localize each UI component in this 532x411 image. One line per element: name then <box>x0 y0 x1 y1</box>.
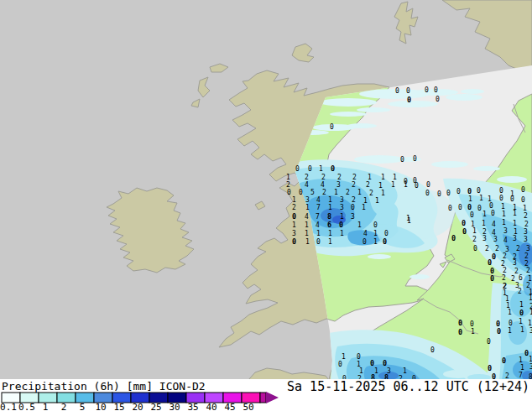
precip-value: 0 <box>316 238 321 246</box>
precip-value: 1 <box>328 204 332 211</box>
colorbar-tick-label: 20 <box>132 402 143 411</box>
precip-value: 1 <box>482 211 487 218</box>
precip-value: 3 <box>305 196 310 204</box>
precip-value: 1 <box>519 301 524 309</box>
precip-value: 0 <box>357 353 361 361</box>
precip-value: 1 <box>393 174 397 181</box>
precip-value: 0 <box>477 187 481 195</box>
precip-value: 0 <box>451 234 456 242</box>
precip-value: 0 <box>426 181 430 189</box>
precip-value: 3 <box>292 230 296 237</box>
precip-value: 1 <box>342 353 346 361</box>
precip-value: 2 <box>366 181 370 189</box>
colorbar-tick-label: 50 <box>243 402 253 411</box>
precip-value: 2 <box>495 245 499 252</box>
precip-value: 1 <box>305 238 310 246</box>
colorbar-tick-label: 35 <box>187 402 198 411</box>
precip-value: 0 <box>400 156 404 164</box>
precip-value: 1 <box>357 221 362 229</box>
precip-value: 0 <box>462 219 466 227</box>
precip-value: 3 <box>340 204 344 211</box>
precip-value: 0 <box>295 165 300 173</box>
precip-value: 0 <box>383 237 387 246</box>
precip-value: 0 <box>470 320 474 328</box>
precip-value: 2 <box>485 245 489 252</box>
precip-value: 1 <box>381 174 385 181</box>
precip-value: 1 <box>373 230 378 237</box>
precip-value: 7 <box>316 204 321 211</box>
precip-value: 3 <box>493 236 498 243</box>
precip-value: 3 <box>336 181 341 189</box>
precip-value: 1 <box>529 356 532 363</box>
colorbar-arrow-head <box>266 392 279 403</box>
legend-bar: Precipitation (6h) [mm] ICON-D2 Sa 15-11… <box>0 379 532 411</box>
precip-value: 0 <box>362 238 367 246</box>
colorbar-tick-label: 0.1 <box>0 402 17 411</box>
precip-value: 2 <box>524 252 529 260</box>
precip-value: 2 <box>352 196 356 204</box>
precip-value: 2 <box>518 288 522 295</box>
precip-value: 0 <box>467 187 472 195</box>
precip-value: 1 <box>328 238 332 246</box>
precip-value: 0 <box>331 164 335 173</box>
precip-value: 0 <box>521 196 525 204</box>
precip-value: 3 <box>351 213 355 221</box>
precip-value: 2 <box>292 204 296 211</box>
precip-value: 8 <box>327 212 331 221</box>
precip-value: 1 <box>328 230 332 237</box>
precip-value: 0 <box>287 189 291 196</box>
precip-value: 2 <box>472 236 477 243</box>
precip-value: 1 <box>292 221 296 229</box>
precip-value: 0 <box>497 327 501 336</box>
precip-value: 0 <box>473 245 477 252</box>
precip-value: 1 <box>519 356 523 364</box>
precip-value: 1 <box>391 181 395 189</box>
precip-value: 0 <box>383 359 387 367</box>
precip-value: 1 <box>334 189 338 196</box>
precip-value: 1 <box>501 203 505 211</box>
precip-value: 0 <box>406 87 410 95</box>
precip-value: 1 <box>368 174 372 181</box>
precip-value: 0 <box>384 230 389 237</box>
precip-value: 4 <box>305 181 309 189</box>
precip-value: 0 <box>487 338 491 346</box>
precip-value: 0 <box>434 86 438 94</box>
colorbar-tick-label: 45 <box>224 402 235 411</box>
precip-value: 4 <box>363 230 368 237</box>
precip-value: 1 <box>407 217 411 225</box>
precip-value: 0 <box>330 123 334 131</box>
precip-value: 1 <box>502 211 506 218</box>
precip-value: 3 <box>340 196 344 204</box>
precip-value: 1 <box>286 174 290 181</box>
precip-value: 0 <box>425 190 430 197</box>
precip-value: 0 <box>502 356 506 365</box>
precip-value: 1 <box>520 326 524 334</box>
precip-value: 1 <box>403 367 407 375</box>
precip-value: 0 <box>488 364 492 372</box>
precip-value: 2 <box>322 189 326 196</box>
precip-value: 0 <box>436 96 440 103</box>
precip-colorbar: 0.10.5125101520253035404550 <box>0 392 532 411</box>
precip-value: 1 <box>305 204 310 211</box>
colorbar-tick-label: 15 <box>113 402 124 411</box>
precip-value: 2 <box>321 174 326 181</box>
precip-value: 0 <box>430 346 435 354</box>
precip-value: 1 <box>305 230 309 237</box>
precip-value: 2 <box>352 181 356 189</box>
precip-value: 1 <box>523 205 527 212</box>
precip-value: 3 <box>526 245 530 252</box>
precip-value: 4 <box>316 196 321 204</box>
precip-value: 0 <box>458 328 462 336</box>
precip-value: 3 <box>503 227 508 235</box>
precip-value: 0 <box>456 188 461 195</box>
precip-value: 0 <box>458 204 462 211</box>
precip-value: 1 <box>340 213 344 221</box>
precip-value: 2 <box>346 189 350 196</box>
precip-value: 1 <box>508 309 512 316</box>
precip-value: 2 <box>337 174 342 181</box>
precip-value: 0 <box>292 237 296 246</box>
precip-value: 1 <box>529 294 532 302</box>
precip-value: 4 <box>492 221 496 228</box>
colorbar-tick-label: 2 <box>61 402 67 411</box>
precip-value: 1 <box>305 221 309 229</box>
